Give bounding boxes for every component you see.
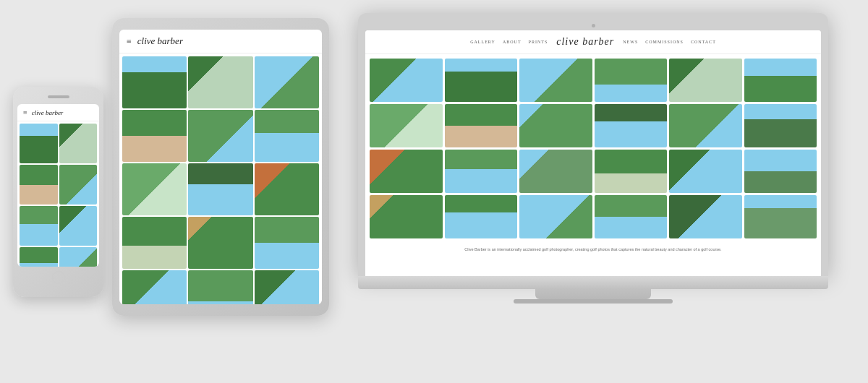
tablet-outer: ≡ clive barber [112, 18, 329, 316]
gallery-photo-22[interactable] [595, 195, 668, 238]
tablet-photo-13[interactable] [122, 270, 187, 304]
laptop-screen-outer: GALLERY ABOUT PRINTS clive barber NEWS C… [358, 13, 828, 276]
website-gallery [365, 54, 821, 243]
tablet-logo: clive barber [137, 35, 183, 47]
website-footer-text: Clive Barber is an internationally accla… [365, 243, 821, 256]
gallery-photo-4[interactable] [595, 59, 668, 102]
laptop-foot [514, 299, 673, 304]
gallery-photo-13[interactable] [370, 150, 443, 193]
phone-gallery [17, 121, 99, 267]
phone-photo-3[interactable] [20, 165, 58, 205]
tablet-nav: ≡ clive barber [119, 30, 322, 53]
nav-prints[interactable]: PRINTS [529, 40, 548, 44]
scene: GALLERY ABOUT PRINTS clive barber NEWS C… [0, 0, 868, 383]
tablet-photo-3[interactable] [255, 56, 319, 108]
phone-home-button[interactable] [52, 271, 65, 284]
nav-right-links: NEWS COMMISSIONS CONTACT [623, 40, 716, 44]
gallery-photo-8[interactable] [445, 104, 518, 147]
phone-screen: ≡ clive barber [17, 104, 99, 267]
gallery-photo-11[interactable] [669, 104, 742, 147]
gallery-photo-20[interactable] [445, 195, 518, 238]
tablet-screen: ≡ clive barber [119, 30, 322, 304]
gallery-photo-19[interactable] [370, 195, 443, 238]
gallery-photo-24[interactable] [744, 195, 817, 238]
nav-left-links: GALLERY ABOUT PRINTS [470, 40, 548, 44]
tablet-photo-14[interactable] [188, 270, 252, 304]
tablet-hamburger-icon[interactable]: ≡ [127, 36, 132, 47]
phone-photo-2[interactable] [59, 124, 98, 163]
phone-photo-8[interactable] [59, 247, 98, 267]
gallery-photo-14[interactable] [445, 150, 518, 193]
gallery-photo-9[interactable] [519, 104, 592, 147]
website-logo: clive barber [556, 36, 614, 48]
gallery-photo-16[interactable] [595, 150, 668, 193]
tablet-photo-10[interactable] [122, 217, 187, 269]
phone-photo-6[interactable] [59, 206, 98, 246]
phone-photo-4[interactable] [59, 165, 98, 205]
tablet-photo-9[interactable] [255, 163, 319, 215]
tablet-photo-1[interactable] [122, 56, 187, 108]
gallery-photo-18[interactable] [744, 150, 817, 193]
laptop-base [358, 276, 828, 289]
tablet-gallery [119, 53, 322, 304]
tablet-device: ≡ clive barber [112, 18, 329, 316]
phone-device: ≡ clive barber [13, 87, 103, 297]
gallery-photo-5[interactable] [669, 59, 742, 102]
laptop-device: GALLERY ABOUT PRINTS clive barber NEWS C… [358, 13, 828, 304]
tablet-photo-12[interactable] [255, 217, 319, 269]
tablet-photo-4[interactable] [122, 110, 187, 162]
tablet-photo-11[interactable] [188, 217, 252, 269]
gallery-photo-1[interactable] [370, 59, 443, 102]
nav-commissions[interactable]: COMMISSIONS [645, 40, 684, 44]
gallery-photo-2[interactable] [445, 59, 518, 102]
phone-home-area [17, 267, 99, 288]
laptop-screen: GALLERY ABOUT PRINTS clive barber NEWS C… [365, 30, 821, 276]
phone-hamburger-icon[interactable]: ≡ [23, 108, 27, 116]
phone-photo-5[interactable] [20, 206, 58, 246]
phone-photo-7[interactable] [20, 247, 58, 267]
tablet-photo-2[interactable] [188, 56, 252, 108]
phone-speaker [48, 95, 69, 98]
tablet-photo-5[interactable] [188, 110, 252, 162]
nav-contact[interactable]: CONTACT [691, 40, 716, 44]
website: GALLERY ABOUT PRINTS clive barber NEWS C… [365, 30, 821, 276]
gallery-photo-6[interactable] [744, 59, 817, 102]
gallery-photo-23[interactable] [669, 195, 742, 238]
nav-about[interactable]: ABOUT [503, 40, 522, 44]
tablet-photo-7[interactable] [122, 163, 187, 215]
phone-outer: ≡ clive barber [13, 87, 103, 297]
phone-logo: clive barber [32, 109, 64, 116]
nav-news[interactable]: NEWS [623, 40, 638, 44]
website-nav: GALLERY ABOUT PRINTS clive barber NEWS C… [365, 30, 821, 54]
laptop-camera [592, 24, 595, 27]
tablet-photo-8[interactable] [188, 163, 252, 215]
laptop-stand [535, 289, 651, 299]
gallery-photo-7[interactable] [370, 104, 443, 147]
phone-nav: ≡ clive barber [17, 104, 99, 121]
laptop-camera-bar [365, 20, 821, 30]
nav-gallery[interactable]: GALLERY [470, 40, 495, 44]
tablet-photo-15[interactable] [255, 270, 319, 304]
gallery-photo-12[interactable] [744, 104, 817, 147]
gallery-photo-10[interactable] [595, 104, 668, 147]
gallery-photo-3[interactable] [519, 59, 592, 102]
gallery-photo-15[interactable] [519, 150, 592, 193]
tablet-photo-6[interactable] [255, 110, 319, 162]
gallery-photo-21[interactable] [519, 195, 592, 238]
phone-photo-1[interactable] [20, 124, 58, 163]
gallery-photo-17[interactable] [669, 150, 742, 193]
